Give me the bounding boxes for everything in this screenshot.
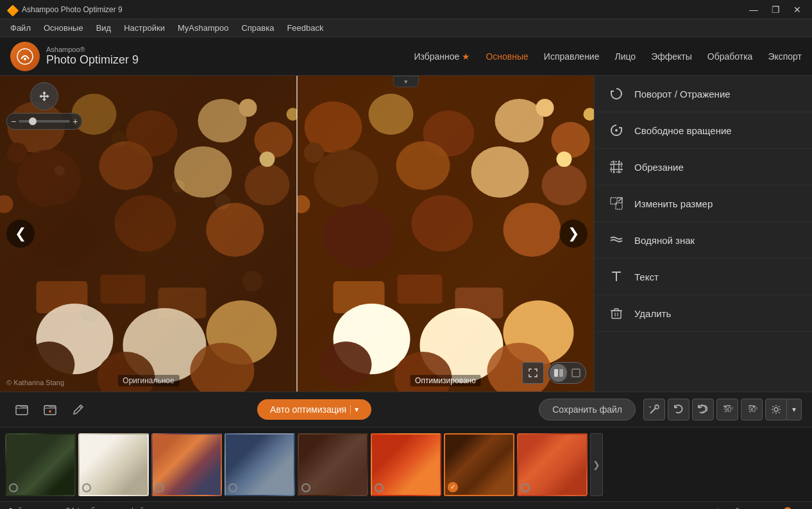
- menu-file[interactable]: Файл: [5, 21, 36, 35]
- open-file-button[interactable]: [10, 398, 33, 421]
- svg-point-37: [471, 146, 529, 198]
- menu-settings[interactable]: Настройки: [119, 21, 170, 35]
- minimize-button[interactable]: —: [745, 3, 762, 16]
- panel-item-free-rotation[interactable]: Свободное вращение: [595, 112, 812, 149]
- zoom-controls: − +: [6, 82, 82, 130]
- rotate-ccw-button[interactable]: 90°: [716, 399, 738, 420]
- nav-face[interactable]: Лицо: [614, 49, 636, 64]
- undo-button[interactable]: [668, 399, 689, 420]
- thumb-radio-1: [9, 483, 18, 492]
- panel-item-text[interactable]: Текст: [595, 259, 812, 295]
- crop-label: Обрезание: [634, 162, 684, 173]
- menu-view[interactable]: Вид: [91, 21, 117, 35]
- svg-text:90°: 90°: [724, 406, 733, 413]
- thumb-check-7: ✓: [448, 482, 458, 492]
- svg-rect-56: [554, 369, 558, 377]
- film-scroll-button[interactable]: ❯: [590, 433, 603, 496]
- collapse-button[interactable]: ▾: [393, 76, 419, 87]
- next-image-button[interactable]: ❯: [559, 220, 588, 248]
- panel-item-crop[interactable]: Обрезание: [595, 149, 812, 185]
- delete-icon: [607, 304, 625, 322]
- thumbnail-8[interactable]: [517, 433, 588, 496]
- bottom-zoom-thumb[interactable]: [784, 507, 791, 510]
- thumb-radio-5: [301, 483, 310, 492]
- sort-vertical-button[interactable]: ↕: [671, 504, 685, 510]
- svg-rect-16: [101, 275, 146, 304]
- zoom-slider[interactable]: [19, 120, 70, 123]
- rotate-cw-button[interactable]: 90°: [741, 399, 763, 420]
- nav-basic[interactable]: Основные: [486, 49, 528, 64]
- edit-button[interactable]: [67, 398, 90, 421]
- auto-optimize-dropdown[interactable]: ▾: [350, 405, 359, 414]
- svg-point-8: [17, 150, 81, 207]
- zoom-in-button[interactable]: +: [72, 116, 78, 126]
- undo-all-button[interactable]: [692, 399, 714, 420]
- watermark-text: © Katharina Stang: [6, 379, 64, 386]
- thumbnail-2[interactable]: [78, 433, 149, 496]
- svg-point-35: [314, 150, 378, 207]
- menu-bar: Файл Основные Вид Настройки MyAshampoo С…: [0, 19, 812, 37]
- free-rotation-label: Свободное вращение: [634, 125, 732, 136]
- rotation-label: Поворот / Отражение: [634, 89, 731, 99]
- resize-icon: [607, 194, 625, 212]
- status-text: Файлов в папке 24 / выбран один файл: [8, 506, 149, 510]
- text-label: Текст: [634, 272, 659, 282]
- svg-point-31: [369, 94, 414, 135]
- svg-point-59: [615, 129, 618, 132]
- svg-point-13: [115, 195, 176, 252]
- maximize-button[interactable]: ❐: [767, 3, 784, 16]
- split-image: Оригинальное: [0, 76, 594, 392]
- open-folder-button[interactable]: [38, 398, 62, 421]
- zoom-out-button[interactable]: −: [11, 116, 16, 126]
- sort-horizontal-button[interactable]: ↔: [690, 504, 704, 510]
- image-and-panel: − +: [0, 76, 812, 392]
- toolbar: Авто оптимизация ▾ Сохранить файл: [0, 392, 812, 427]
- auto-optimize-button[interactable]: Авто оптимизация ▾: [257, 399, 371, 420]
- watermark-icon: [607, 231, 625, 249]
- thumbnail-7[interactable]: ✓: [444, 433, 514, 496]
- thumbnail-4[interactable]: [224, 433, 295, 496]
- tools-more-button[interactable]: ▾: [786, 399, 802, 420]
- svg-point-52: [557, 151, 572, 167]
- thumb-radio-8: [521, 483, 530, 492]
- compare-mode-button[interactable]: [548, 362, 586, 384]
- close-button[interactable]: ✕: [789, 3, 806, 16]
- menu-feedback[interactable]: Feedback: [282, 21, 328, 35]
- nav-processing[interactable]: Обработка: [707, 49, 753, 64]
- svg-point-12: [27, 204, 97, 268]
- refresh-button[interactable]: ↺: [729, 504, 743, 510]
- menu-help[interactable]: Справка: [236, 21, 279, 35]
- auto-optimize-label: Авто оптимизация: [270, 404, 346, 415]
- panel-item-resize[interactable]: Изменить размер: [595, 185, 812, 222]
- thumbnail-3[interactable]: [151, 433, 222, 496]
- menu-basic[interactable]: Основные: [38, 21, 89, 35]
- thumbnail-1[interactable]: [5, 433, 76, 496]
- nav-favorites[interactable]: Избранное ★: [414, 49, 470, 64]
- zoom-slider-thumb[interactable]: [29, 117, 37, 125]
- svg-line-80: [658, 406, 659, 406]
- svg-line-75: [80, 406, 81, 408]
- nav-correction[interactable]: Исправление: [544, 49, 600, 64]
- resize-label: Изменить размер: [634, 198, 713, 209]
- thumbnail-6[interactable]: [371, 433, 441, 496]
- panel-item-delete[interactable]: Удалить: [595, 295, 812, 332]
- check-button[interactable]: ✓: [709, 504, 723, 510]
- svg-point-24: [239, 99, 257, 117]
- nav-export[interactable]: Экспорт: [768, 49, 802, 64]
- thumb-radio-6: [375, 483, 384, 492]
- settings-button[interactable]: [765, 399, 787, 420]
- thumbnail-5[interactable]: [298, 433, 368, 496]
- menu-myashampoo[interactable]: MyAshampoo: [173, 21, 233, 35]
- nav-effects[interactable]: Эффекты: [651, 49, 692, 64]
- wand-button[interactable]: [643, 399, 665, 420]
- prev-image-button[interactable]: ❮: [6, 220, 35, 248]
- panel-item-watermark[interactable]: Водяной знак: [595, 222, 812, 259]
- save-file-button[interactable]: Сохранить файл: [539, 399, 636, 420]
- fullscreen-button[interactable]: [522, 362, 544, 384]
- optimized-image: Оптимизировано: [297, 76, 594, 392]
- text-icon: [607, 268, 625, 286]
- split-divider[interactable]: [296, 76, 298, 392]
- pan-control[interactable]: [30, 82, 58, 110]
- title-bar: 🔶 Ashampoo Photo Optimizer 9 — ❐ ✕: [0, 0, 812, 19]
- panel-item-rotation[interactable]: Поворот / Отражение: [595, 76, 812, 112]
